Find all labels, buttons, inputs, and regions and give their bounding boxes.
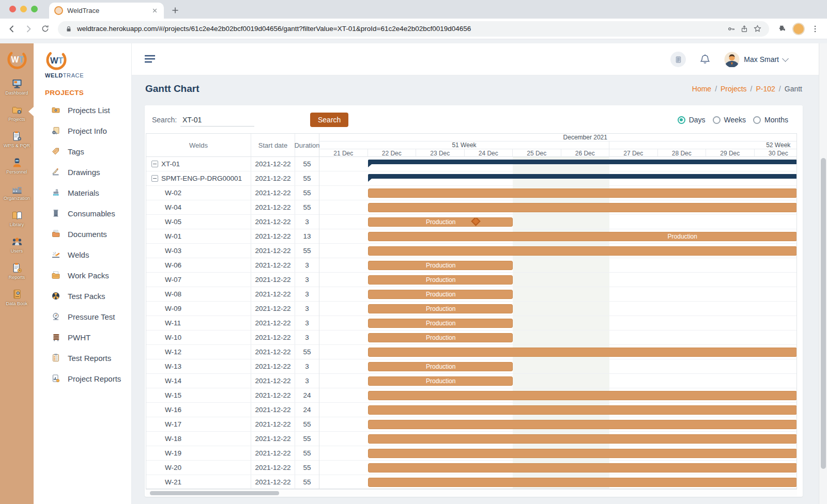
- back-button[interactable]: [5, 22, 19, 36]
- summary-bar-xt-01[interactable]: [368, 160, 797, 164]
- bookmark-star-icon[interactable]: [753, 24, 762, 33]
- rail-logo[interactable]: WT: [0, 43, 34, 73]
- gantt-row-w-12[interactable]: W-122021-12-2255: [146, 345, 319, 359]
- share-icon[interactable]: [740, 25, 748, 33]
- collapse-toggle-icon[interactable]: [151, 175, 158, 182]
- task-bar-w-17[interactable]: [368, 420, 797, 429]
- zoom-window-button[interactable]: [31, 6, 38, 12]
- gantt-row-w-19[interactable]: W-192021-12-2255: [146, 446, 319, 461]
- breadcrumb-projects[interactable]: Projects: [721, 85, 747, 93]
- radio-icon[interactable]: [678, 116, 685, 124]
- gantt-row-w-14[interactable]: W-142021-12-223: [146, 374, 319, 388]
- rail-item-personnel[interactable]: Personnel: [0, 152, 34, 179]
- gantt-row-w-21[interactable]: W-212021-12-2255: [146, 475, 319, 489]
- task-bar-w-16[interactable]: [368, 405, 797, 415]
- scale-radio-months[interactable]: Months: [753, 116, 788, 124]
- rail-item-dashboard[interactable]: Dashboard: [0, 73, 34, 100]
- task-bar-w-19[interactable]: [368, 449, 797, 458]
- collapse-toggle-icon[interactable]: [151, 161, 158, 167]
- minimize-window-button[interactable]: [20, 6, 27, 12]
- browser-menu-icon[interactable]: [808, 22, 822, 36]
- task-bar-w-08[interactable]: Production: [368, 290, 513, 299]
- task-bar-w-11[interactable]: Production: [368, 319, 513, 328]
- sidebar-item-test-packs[interactable]: Test Packs: [34, 286, 131, 306]
- close-window-button[interactable]: [9, 6, 16, 12]
- sidebar-item-pwht[interactable]: PWHT: [34, 327, 131, 348]
- task-bar-w-02[interactable]: [368, 188, 797, 198]
- user-menu[interactable]: Max Smart: [724, 52, 788, 67]
- task-bar-w-21[interactable]: [368, 478, 797, 487]
- task-bar-w-14[interactable]: Production: [368, 376, 513, 386]
- task-bar-w-10[interactable]: Production: [368, 333, 513, 342]
- radio-icon[interactable]: [753, 116, 761, 124]
- sidebar-item-test-reports[interactable]: Test Reports: [34, 348, 131, 368]
- browser-tab[interactable]: WeldTrace: [49, 3, 164, 19]
- sidebar-item-project-reports[interactable]: Project Reports: [34, 368, 131, 389]
- gantt-row-w-10[interactable]: W-102021-12-223: [146, 330, 319, 345]
- forward-button[interactable]: [22, 22, 35, 36]
- rail-item-users[interactable]: Users: [0, 231, 34, 258]
- task-bar-w-06[interactable]: Production: [368, 261, 513, 270]
- page-scrollbar[interactable]: [819, 43, 827, 504]
- sidebar-item-materials[interactable]: Materials: [34, 182, 131, 203]
- sidebar-item-consumables[interactable]: Consumables: [34, 203, 131, 224]
- search-button[interactable]: Search: [310, 113, 348, 127]
- sidebar-item-work-packs[interactable]: Work Packs: [34, 265, 131, 286]
- browser-profile-avatar[interactable]: [792, 22, 805, 36]
- sidebar-item-documents[interactable]: Documents: [34, 224, 131, 244]
- gantt-row-w-20[interactable]: W-202021-12-2255: [146, 461, 319, 475]
- gantt-row-w-09[interactable]: W-092021-12-223: [146, 302, 319, 316]
- rail-item-data-book[interactable]: Data Book: [0, 284, 34, 310]
- extensions-puzzle-icon[interactable]: [775, 22, 789, 36]
- hamburger-menu-icon[interactable]: [144, 54, 156, 64]
- gantt-row-w-18[interactable]: W-182021-12-2255: [146, 432, 319, 446]
- task-bar-w-18[interactable]: [368, 434, 797, 444]
- breadcrumb-home[interactable]: Home: [692, 85, 711, 93]
- page-scrollbar-thumb[interactable]: [821, 158, 826, 469]
- notifications-bell-icon[interactable]: [699, 54, 711, 65]
- url-text[interactable]: weldtrace.herokuapp.com/#/projects/61c2e…: [77, 25, 723, 33]
- task-bar-w-12[interactable]: [368, 348, 797, 357]
- task-bar-w-05[interactable]: Production: [368, 217, 513, 227]
- key-icon[interactable]: [727, 25, 736, 33]
- radio-icon[interactable]: [713, 116, 721, 124]
- scale-radio-days[interactable]: Days: [678, 116, 706, 124]
- reload-button[interactable]: [38, 22, 52, 36]
- sidebar-item-drawings[interactable]: Drawings: [34, 162, 131, 182]
- gantt-row-spmt-eng-p-drg00001[interactable]: SPMT-ENG-P-DRG000012021-12-2255: [146, 171, 319, 186]
- tab-close-icon[interactable]: [151, 7, 159, 14]
- gantt-row-w-13[interactable]: W-132021-12-223: [146, 359, 319, 374]
- gantt-row-w-04[interactable]: W-042021-12-2255: [146, 200, 319, 215]
- address-bar[interactable]: weldtrace.herokuapp.com/#/projects/61c2e…: [58, 21, 769, 37]
- gantt-row-w-07[interactable]: W-072021-12-223: [146, 273, 319, 287]
- task-bar-w-20[interactable]: [368, 463, 797, 472]
- task-bar-w-03[interactable]: [368, 246, 797, 256]
- task-bar-w-13[interactable]: Production: [368, 362, 513, 371]
- brand-logo[interactable]: WT WELDTRACE: [34, 43, 131, 78]
- task-bar-w-07[interactable]: Production: [368, 275, 513, 285]
- sidebar-item-pressure-test[interactable]: Pressure Test: [34, 306, 131, 327]
- horizontal-scrollbar-thumb[interactable]: [150, 491, 279, 495]
- sidebar-item-tags[interactable]: Tags: [34, 141, 131, 162]
- gantt-row-w-11[interactable]: W-112021-12-223: [146, 316, 319, 330]
- gantt-row-w-16[interactable]: W-162021-12-2224: [146, 403, 319, 417]
- gantt-row-w-08[interactable]: W-082021-12-223: [146, 287, 319, 302]
- rail-item-wps-pqr[interactable]: WPS & PQR: [0, 126, 34, 152]
- task-bar-w-01[interactable]: Production: [368, 232, 797, 241]
- gantt-row-w-06[interactable]: W-062021-12-223: [146, 258, 319, 273]
- task-bar-w-09[interactable]: Production: [368, 304, 513, 313]
- breadcrumb-p-102[interactable]: P-102: [756, 85, 775, 93]
- drag-handle-icon[interactable]: [471, 217, 481, 226]
- gantt-row-w-01[interactable]: W-012021-12-2213: [146, 229, 319, 244]
- sidebar-item-project-info[interactable]: Project Info: [34, 120, 131, 141]
- horizontal-scrollbar[interactable]: [146, 489, 797, 496]
- sidebar-item-projects-list[interactable]: Projects List: [34, 100, 131, 120]
- databook-quick-button[interactable]: [670, 52, 686, 67]
- window-controls[interactable]: [9, 6, 38, 12]
- gantt-row-w-03[interactable]: W-032021-12-2255: [146, 244, 319, 258]
- task-bar-w-15[interactable]: [368, 391, 797, 400]
- new-tab-button[interactable]: [171, 6, 181, 16]
- gantt-row-xt-01[interactable]: XT-012021-12-2255: [146, 157, 319, 171]
- gantt-row-w-15[interactable]: W-152021-12-2224: [146, 388, 319, 403]
- rail-item-projects[interactable]: Projects: [0, 100, 34, 126]
